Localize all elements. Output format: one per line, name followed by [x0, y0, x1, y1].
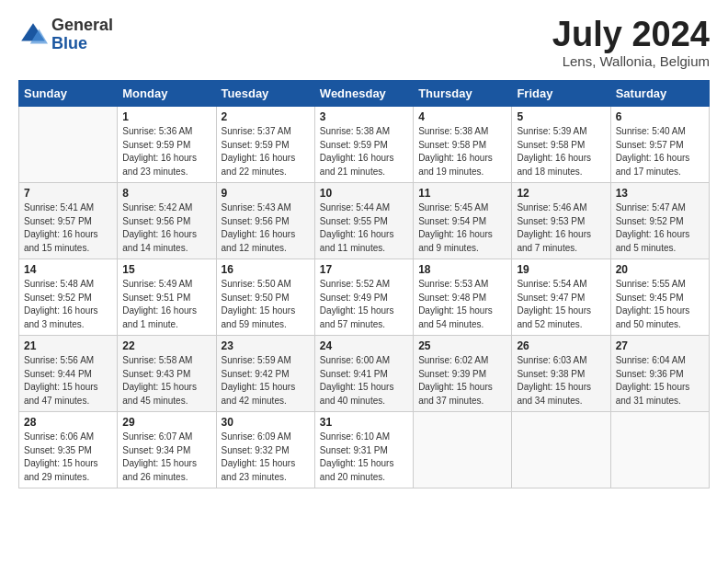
- day-info: Sunrise: 5:59 AM Sunset: 9:42 PM Dayligh…: [222, 354, 310, 408]
- day-number: 11: [418, 187, 506, 200]
- week-row-3: 14Sunrise: 5:48 AM Sunset: 9:52 PM Dayli…: [19, 259, 710, 336]
- day-info: Sunrise: 5:38 AM Sunset: 9:58 PM Dayligh…: [418, 125, 506, 178]
- day-cell: 17Sunrise: 5:52 AM Sunset: 9:49 PM Dayli…: [314, 259, 413, 336]
- day-number: 21: [24, 339, 112, 352]
- day-info: Sunrise: 5:50 AM Sunset: 9:50 PM Dayligh…: [222, 278, 310, 331]
- day-cell: 11Sunrise: 5:45 AM Sunset: 9:54 PM Dayli…: [414, 183, 512, 259]
- day-cell: 10Sunrise: 5:44 AM Sunset: 9:55 PM Dayli…: [314, 183, 413, 259]
- day-number: 18: [418, 263, 506, 276]
- day-cell: 5Sunrise: 5:39 AM Sunset: 9:58 PM Daylig…: [512, 107, 610, 183]
- day-number: 25: [418, 339, 506, 352]
- day-number: 14: [24, 263, 112, 276]
- day-info: Sunrise: 5:40 AM Sunset: 9:57 PM Dayligh…: [616, 125, 704, 178]
- day-cell: [414, 412, 512, 488]
- day-number: 8: [122, 187, 210, 200]
- week-row-1: 1Sunrise: 5:36 AM Sunset: 9:59 PM Daylig…: [19, 107, 710, 183]
- day-number: 16: [222, 263, 310, 276]
- day-number: 23: [222, 339, 310, 352]
- page-container: General Blue July 2024 Lens, Wallonia, B…: [0, 0, 728, 498]
- day-cell: 24Sunrise: 6:00 AM Sunset: 9:41 PM Dayli…: [314, 336, 413, 412]
- logo-blue: Blue: [51, 35, 113, 53]
- title-block: July 2024 Lens, Wallonia, Belgium: [552, 17, 710, 69]
- day-info: Sunrise: 5:49 AM Sunset: 9:51 PM Dayligh…: [122, 278, 210, 331]
- day-cell: 18Sunrise: 5:53 AM Sunset: 9:48 PM Dayli…: [414, 259, 512, 336]
- day-number: 30: [222, 416, 310, 429]
- day-cell: [610, 412, 709, 488]
- day-info: Sunrise: 6:03 AM Sunset: 9:38 PM Dayligh…: [517, 354, 605, 408]
- day-cell: 3Sunrise: 5:38 AM Sunset: 9:59 PM Daylig…: [314, 107, 413, 183]
- day-number: 28: [24, 416, 112, 429]
- day-cell: 30Sunrise: 6:09 AM Sunset: 9:32 PM Dayli…: [216, 412, 314, 488]
- day-cell: 4Sunrise: 5:38 AM Sunset: 9:58 PM Daylig…: [414, 107, 512, 183]
- day-info: Sunrise: 5:46 AM Sunset: 9:53 PM Dayligh…: [517, 201, 605, 255]
- day-number: 1: [122, 110, 210, 123]
- day-number: 22: [122, 339, 210, 352]
- day-number: 19: [517, 263, 605, 276]
- col-header-sunday: Sunday: [19, 81, 118, 107]
- day-info: Sunrise: 6:10 AM Sunset: 9:31 PM Dayligh…: [320, 431, 408, 484]
- day-info: Sunrise: 6:09 AM Sunset: 9:32 PM Dayligh…: [222, 431, 310, 484]
- day-number: 12: [517, 187, 605, 200]
- day-info: Sunrise: 5:48 AM Sunset: 9:52 PM Dayligh…: [24, 278, 112, 331]
- day-info: Sunrise: 6:02 AM Sunset: 9:39 PM Dayligh…: [418, 354, 506, 408]
- day-cell: 23Sunrise: 5:59 AM Sunset: 9:42 PM Dayli…: [216, 336, 314, 412]
- day-cell: 9Sunrise: 5:43 AM Sunset: 9:56 PM Daylig…: [216, 183, 314, 259]
- day-info: Sunrise: 5:58 AM Sunset: 9:43 PM Dayligh…: [122, 354, 210, 408]
- day-info: Sunrise: 5:53 AM Sunset: 9:48 PM Dayligh…: [418, 278, 506, 331]
- day-info: Sunrise: 6:06 AM Sunset: 9:35 PM Dayligh…: [24, 431, 112, 484]
- day-cell: 20Sunrise: 5:55 AM Sunset: 9:45 PM Dayli…: [610, 259, 709, 336]
- day-cell: 7Sunrise: 5:41 AM Sunset: 9:57 PM Daylig…: [19, 183, 118, 259]
- day-info: Sunrise: 5:56 AM Sunset: 9:44 PM Dayligh…: [24, 354, 112, 408]
- day-number: 31: [320, 416, 408, 429]
- day-info: Sunrise: 5:36 AM Sunset: 9:59 PM Dayligh…: [122, 125, 210, 178]
- day-info: Sunrise: 5:41 AM Sunset: 9:57 PM Dayligh…: [24, 201, 112, 255]
- day-number: 7: [24, 187, 112, 200]
- day-number: 13: [616, 187, 704, 200]
- day-info: Sunrise: 5:42 AM Sunset: 9:56 PM Dayligh…: [122, 201, 210, 255]
- day-info: Sunrise: 5:43 AM Sunset: 9:56 PM Dayligh…: [222, 201, 310, 255]
- day-info: Sunrise: 5:39 AM Sunset: 9:58 PM Dayligh…: [517, 125, 605, 178]
- day-number: 2: [222, 110, 310, 123]
- day-number: 24: [320, 339, 408, 352]
- col-header-monday: Monday: [118, 81, 216, 107]
- col-header-friday: Friday: [512, 81, 610, 107]
- day-cell: 31Sunrise: 6:10 AM Sunset: 9:31 PM Dayli…: [314, 412, 413, 488]
- day-number: 6: [616, 110, 704, 123]
- day-info: Sunrise: 5:38 AM Sunset: 9:59 PM Dayligh…: [320, 125, 408, 178]
- day-number: 10: [320, 187, 408, 200]
- day-cell: 22Sunrise: 5:58 AM Sunset: 9:43 PM Dayli…: [118, 336, 216, 412]
- day-info: Sunrise: 5:45 AM Sunset: 9:54 PM Dayligh…: [418, 201, 506, 255]
- day-number: 27: [616, 339, 704, 352]
- day-cell: 6Sunrise: 5:40 AM Sunset: 9:57 PM Daylig…: [610, 107, 709, 183]
- col-header-wednesday: Wednesday: [314, 81, 413, 107]
- page-header: General Blue July 2024 Lens, Wallonia, B…: [18, 17, 710, 69]
- col-header-saturday: Saturday: [610, 81, 709, 107]
- day-cell: [512, 412, 610, 488]
- day-info: Sunrise: 5:44 AM Sunset: 9:55 PM Dayligh…: [320, 201, 408, 255]
- day-cell: 28Sunrise: 6:06 AM Sunset: 9:35 PM Dayli…: [19, 412, 118, 488]
- logo-general: General: [51, 17, 113, 35]
- day-info: Sunrise: 6:07 AM Sunset: 9:34 PM Dayligh…: [122, 431, 210, 484]
- day-number: 17: [320, 263, 408, 276]
- day-cell: 14Sunrise: 5:48 AM Sunset: 9:52 PM Dayli…: [19, 259, 118, 336]
- header-row: SundayMondayTuesdayWednesdayThursdayFrid…: [19, 81, 710, 107]
- logo-text: General Blue: [51, 17, 113, 53]
- day-info: Sunrise: 5:47 AM Sunset: 9:52 PM Dayligh…: [616, 201, 704, 255]
- day-cell: 25Sunrise: 6:02 AM Sunset: 9:39 PM Dayli…: [414, 336, 512, 412]
- day-number: 20: [616, 263, 704, 276]
- col-header-thursday: Thursday: [414, 81, 512, 107]
- calendar-table: SundayMondayTuesdayWednesdayThursdayFrid…: [18, 80, 710, 488]
- day-number: 4: [418, 110, 506, 123]
- day-number: 5: [517, 110, 605, 123]
- day-info: Sunrise: 5:55 AM Sunset: 9:45 PM Dayligh…: [616, 278, 704, 331]
- day-cell: 21Sunrise: 5:56 AM Sunset: 9:44 PM Dayli…: [19, 336, 118, 412]
- day-number: 3: [320, 110, 408, 123]
- day-cell: 2Sunrise: 5:37 AM Sunset: 9:59 PM Daylig…: [216, 107, 314, 183]
- day-number: 29: [122, 416, 210, 429]
- day-cell: 8Sunrise: 5:42 AM Sunset: 9:56 PM Daylig…: [118, 183, 216, 259]
- logo-icon: [18, 20, 48, 50]
- day-cell: 16Sunrise: 5:50 AM Sunset: 9:50 PM Dayli…: [216, 259, 314, 336]
- day-info: Sunrise: 5:52 AM Sunset: 9:49 PM Dayligh…: [320, 278, 408, 331]
- day-cell: [19, 107, 118, 183]
- location: Lens, Wallonia, Belgium: [552, 53, 710, 69]
